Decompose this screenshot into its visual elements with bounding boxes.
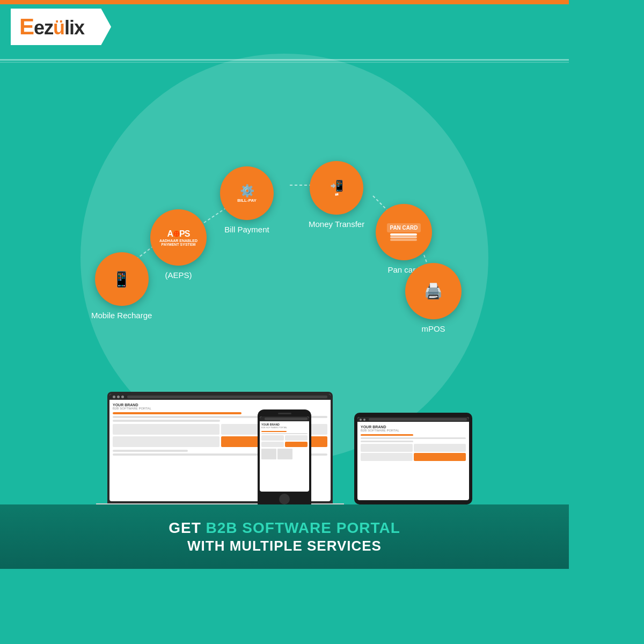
phone-device: YOUR BRAND B2B SOFTWARE PORTAL [258, 409, 311, 510]
service-mpos: 🖨️ mPOS [405, 263, 462, 334]
devices-area: YOUR BRAND B2B SOFTWARE PORTAL [97, 354, 472, 515]
bottom-banner: GET B2B SOFTWARE PORTAL WITH MULTIPLE SE… [0, 504, 569, 569]
banner-line-1: GET B2B SOFTWARE PORTAL [169, 519, 400, 537]
service-label-bill-payment: Bill Payment [224, 224, 269, 235]
logo: Eezülix [19, 14, 84, 40]
top-accent-bar [0, 0, 569, 4]
service-money-transfer: 📲 ⇄ Money Transfer [309, 161, 364, 230]
phone-frame: YOUR BRAND B2B SOFTWARE PORTAL [258, 409, 311, 510]
service-label-aeps: (AEPS) [165, 270, 192, 281]
phone-browser-bar [260, 416, 309, 421]
service-label-money-transfer: Money Transfer [309, 219, 364, 230]
phone-screen: YOUR BRAND B2B SOFTWARE PORTAL [260, 416, 309, 492]
logo-container: Eezülix [11, 9, 111, 45]
tablet-screen-body: YOUR BRAND B2B SOFTWARE PORTAL [357, 422, 469, 464]
tablet-screen: YOUR BRAND B2B SOFTWARE PORTAL [357, 417, 469, 500]
service-label-mobile-recharge: Mobile Recharge [91, 310, 152, 321]
tablet-brand-label: YOUR BRAND [361, 425, 466, 429]
service-circle-pan-card: PAN CARD [376, 204, 432, 260]
service-circle-money-transfer: 📲 ⇄ [310, 161, 363, 215]
service-circle-bill-payment: ⚙️ BILL-PAY [220, 166, 274, 220]
service-circle-mobile-recharge: 📱 [95, 252, 149, 306]
service-circle-aeps: A⊕PS AADHAAR ENABLED PAYMENT SYSTEM [150, 209, 207, 266]
phone-home-button [279, 494, 290, 504]
service-label-mpos: mPOS [421, 324, 445, 334]
tablet-portal-label: B2B SOFTWARE PORTAL [361, 429, 466, 432]
tablet-browser-bar [357, 417, 469, 422]
tablet-frame: YOUR BRAND B2B SOFTWARE PORTAL [354, 413, 472, 504]
phone-screen-body: YOUR BRAND B2B SOFTWARE PORTAL [260, 421, 309, 461]
laptop-browser-bar [109, 394, 331, 400]
laptop-brand-label: YOUR BRAND [113, 403, 327, 407]
service-aeps: A⊕PS AADHAAR ENABLED PAYMENT SYSTEM (AEP… [150, 209, 207, 281]
banner-line-2: WITH MULTIPLE SERVICES [187, 538, 382, 554]
tablet-device: YOUR BRAND B2B SOFTWARE PORTAL [354, 413, 472, 504]
phone-portal-label: B2B SOFTWARE PORTAL [261, 426, 308, 429]
service-circle-mpos: 🖨️ [405, 263, 462, 319]
service-bill-payment: ⚙️ BILL-PAY Bill Payment [220, 166, 274, 235]
service-mobile-recharge: 📱 Mobile Recharge [91, 252, 152, 321]
